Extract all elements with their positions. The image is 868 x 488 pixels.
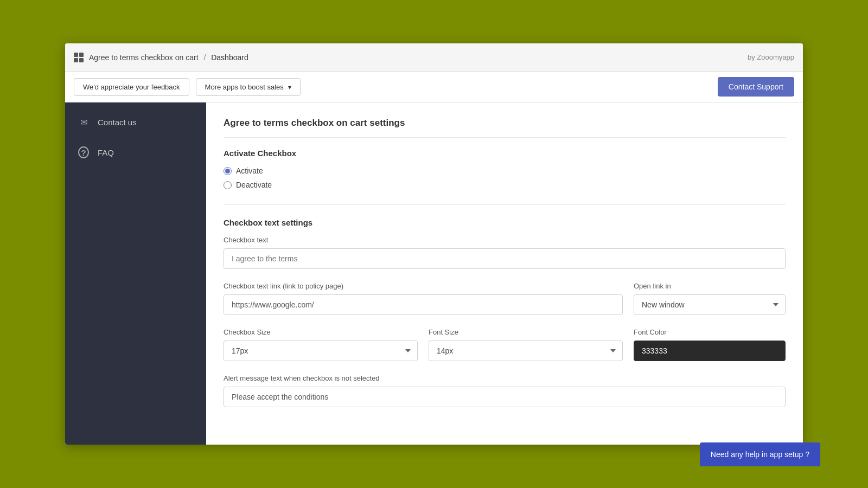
- link-label: Checkbox text link (link to policy page): [224, 282, 623, 290]
- font-color-label: Font Color: [634, 328, 786, 336]
- feedback-button[interactable]: We'd appreciate your feedback: [74, 78, 189, 96]
- sidebar-item-faq[interactable]: FAQ: [65, 137, 206, 168]
- toolbar: We'd appreciate your feedback More apps …: [65, 72, 803, 102]
- link-input[interactable]: [224, 294, 623, 315]
- checkbox-text-input[interactable]: [224, 248, 786, 269]
- help-icon: [78, 147, 89, 158]
- activate-label: Activate: [236, 166, 263, 175]
- breadcrumb-separator: /: [203, 53, 206, 62]
- deactivate-option[interactable]: Deactivate: [224, 181, 786, 189]
- envelope-icon: [78, 117, 89, 127]
- sidebar-item-contact-us[interactable]: Contact us: [65, 107, 206, 137]
- link-row: Checkbox text link (link to policy page)…: [224, 282, 786, 315]
- chevron-down-icon: [288, 83, 291, 91]
- more-apps-button[interactable]: More apps to boost sales: [196, 78, 301, 96]
- alert-text-input[interactable]: [224, 387, 786, 407]
- font-size-label: Font Size: [429, 328, 623, 336]
- sidebar-contact-label: Contact us: [98, 118, 137, 127]
- deactivate-label: Deactivate: [236, 181, 272, 189]
- font-color-input[interactable]: [634, 341, 786, 361]
- activate-section: Activate Checkbox Activate Deactivate: [224, 149, 786, 189]
- top-bar: Agree to terms checkbox on cart / Dashbo…: [65, 43, 803, 72]
- activate-section-title: Activate Checkbox: [224, 149, 786, 158]
- page-title: Agree to terms checkbox on cart settings: [224, 118, 786, 138]
- checkbox-size-select[interactable]: 14px 15px 16px 17px 18px 20px: [224, 341, 418, 361]
- checkbox-text-settings-title: Checkbox text settings: [224, 218, 786, 227]
- size-color-row: Checkbox Size 14px 15px 16px 17px 18px 2…: [224, 328, 786, 361]
- contact-support-button[interactable]: Contact Support: [718, 77, 794, 97]
- top-bar-left: Agree to terms checkbox on cart / Dashbo…: [74, 53, 248, 62]
- alert-text-label: Alert message text when checkbox is not …: [224, 374, 786, 382]
- link-field-group: Checkbox text link (link to policy page): [224, 282, 623, 315]
- help-bar-label: Need any help in app setup ?: [711, 450, 809, 459]
- open-link-label: Open link in: [634, 282, 786, 290]
- alert-text-field-group: Alert message text when checkbox is not …: [224, 374, 786, 407]
- app-name: Agree to terms checkbox on cart: [89, 53, 199, 62]
- sidebar-faq-label: FAQ: [98, 148, 114, 157]
- open-link-select[interactable]: New window Same window: [634, 294, 786, 315]
- more-apps-label: More apps to boost sales: [205, 83, 284, 91]
- by-label: by Zooomyapp: [748, 53, 794, 61]
- sidebar: Contact us FAQ: [65, 102, 206, 445]
- open-link-field-group: Open link in New window Same window: [634, 282, 786, 315]
- checkbox-text-field-group: Checkbox text: [224, 236, 786, 269]
- font-size-select[interactable]: 12px 13px 14px 15px 16px 18px: [429, 341, 623, 361]
- help-bar[interactable]: Need any help in app setup ?: [700, 442, 820, 466]
- breadcrumb: Agree to terms checkbox on cart / Dashbo…: [89, 53, 248, 62]
- font-size-group: Font Size 12px 13px 14px 15px 16px 18px: [429, 328, 623, 361]
- app-window: Agree to terms checkbox on cart / Dashbo…: [65, 43, 803, 445]
- checkbox-text-label: Checkbox text: [224, 236, 786, 244]
- activate-radio[interactable]: [224, 167, 232, 175]
- checkbox-size-label: Checkbox Size: [224, 328, 418, 336]
- activate-radio-group: Activate Deactivate: [224, 166, 786, 189]
- checkbox-size-group: Checkbox Size 14px 15px 16px 17px 18px 2…: [224, 328, 418, 361]
- activate-option[interactable]: Activate: [224, 166, 786, 175]
- grid-icon: [74, 53, 84, 62]
- page-name: Dashboard: [211, 53, 248, 62]
- main-layout: Contact us FAQ Agree to terms checkbox o…: [65, 102, 803, 445]
- font-color-group: Font Color: [634, 328, 786, 361]
- divider: [224, 204, 786, 205]
- content-area: Agree to terms checkbox on cart settings…: [206, 102, 803, 445]
- deactivate-radio[interactable]: [224, 181, 232, 189]
